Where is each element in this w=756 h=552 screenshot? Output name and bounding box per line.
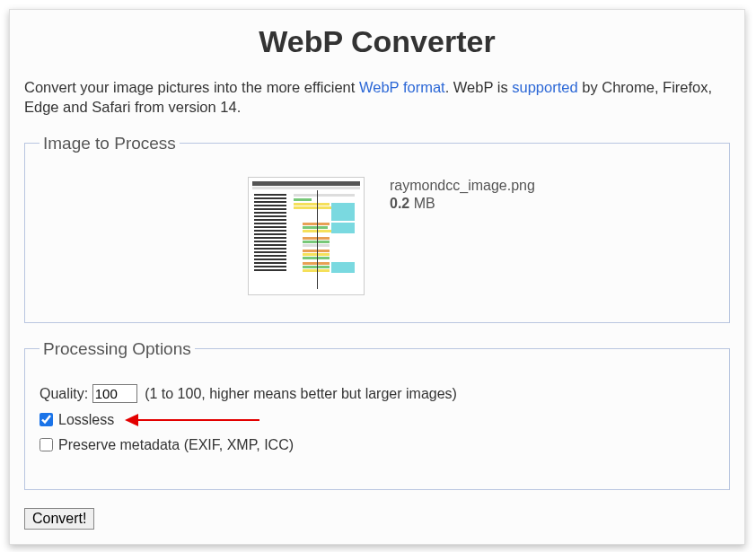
file-row: raymondcc_image.png 0.2 MB — [40, 166, 715, 295]
metadata-row: Preserve metadata (EXIF, XMP, ICC) — [40, 437, 715, 453]
lossless-checkbox[interactable] — [40, 413, 53, 426]
supported-link[interactable]: supported — [512, 79, 577, 95]
quality-hint: (1 to 100, higher means better but large… — [145, 386, 457, 401]
intro-prefix: Convert your image pictures into the mor… — [24, 79, 359, 95]
image-to-process-section: Image to Process — [24, 134, 730, 323]
lossless-label: Lossless — [58, 412, 114, 428]
image-section-legend: Image to Process — [40, 134, 180, 153]
intro-text: Convert your image pictures into the mor… — [24, 77, 730, 118]
file-size-value: 0.2 — [390, 196, 409, 211]
options-section-legend: Processing Options — [40, 339, 195, 359]
convert-button[interactable]: Convert! — [24, 508, 94, 530]
quality-row: Quality: (1 to 100, higher means better … — [40, 384, 715, 403]
converter-panel: WebP Converter Convert your image pictur… — [9, 9, 745, 545]
webp-format-link[interactable]: WebP format — [359, 79, 445, 95]
page-title: WebP Converter — [24, 24, 730, 59]
quality-input[interactable] — [92, 384, 137, 403]
file-size-unit: MB — [409, 196, 435, 211]
file-info: raymondcc_image.png 0.2 MB — [390, 177, 535, 212]
file-thumbnail — [248, 177, 365, 295]
file-name: raymondcc_image.png — [390, 178, 535, 194]
annotation-arrow-icon — [125, 414, 259, 426]
preserve-metadata-checkbox[interactable] — [40, 438, 53, 451]
intro-mid: . WebP is — [445, 79, 513, 95]
lossless-row: Lossless — [40, 412, 715, 428]
quality-label: Quality: — [40, 386, 88, 401]
preserve-metadata-label: Preserve metadata (EXIF, XMP, ICC) — [58, 437, 294, 453]
processing-options-section: Processing Options Quality: (1 to 100, h… — [24, 339, 730, 490]
